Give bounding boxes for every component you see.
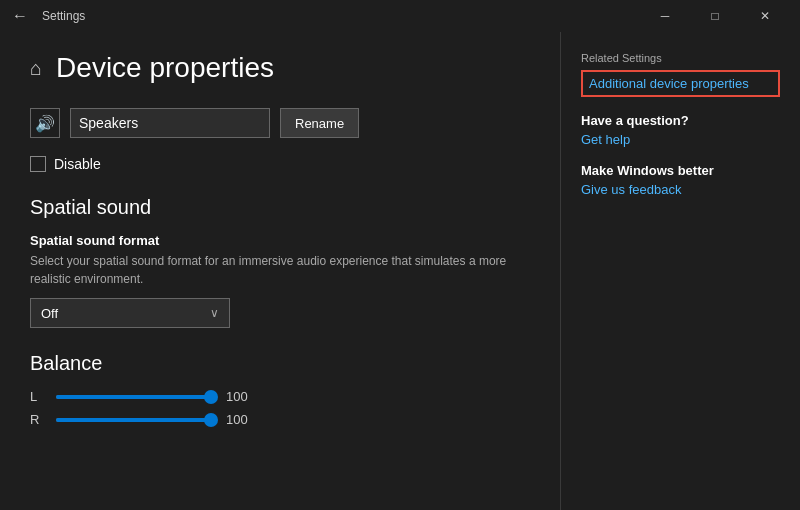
have-a-question-heading: Have a question?: [581, 113, 780, 128]
home-icon: ⌂: [30, 57, 42, 80]
device-name-input[interactable]: [70, 108, 270, 138]
disable-checkbox[interactable]: [30, 156, 46, 172]
maximize-button[interactable]: □: [692, 0, 738, 32]
speaker-icon: 🔊: [30, 108, 60, 138]
balance-right-label: R: [30, 412, 46, 427]
back-button[interactable]: ←: [8, 4, 32, 28]
balance-left-row: L 100: [30, 389, 530, 404]
balance-left-fill: [56, 395, 216, 399]
get-help-link[interactable]: Get help: [581, 132, 780, 147]
disable-row: Disable: [30, 156, 530, 172]
titlebar-title: Settings: [42, 9, 85, 23]
balance-section: Balance L 100 R 100: [30, 352, 530, 427]
spatial-format-dropdown[interactable]: Off ∨: [30, 298, 230, 328]
related-settings-heading: Related Settings: [581, 52, 780, 64]
rename-button[interactable]: Rename: [280, 108, 359, 138]
close-button[interactable]: ✕: [742, 0, 788, 32]
page-title: Device properties: [56, 52, 274, 84]
left-panel: ⌂ Device properties 🔊 Rename Disable Spa…: [0, 32, 560, 510]
balance-right-thumb: [204, 413, 218, 427]
balance-right-row: R 100: [30, 412, 530, 427]
balance-right-fill: [56, 418, 216, 422]
balance-heading: Balance: [30, 352, 530, 375]
make-windows-better-heading: Make Windows better: [581, 163, 780, 178]
balance-right-value: 100: [226, 412, 256, 427]
main-layout: ⌂ Device properties 🔊 Rename Disable Spa…: [0, 32, 800, 510]
disable-label: Disable: [54, 156, 101, 172]
give-feedback-link[interactable]: Give us feedback: [581, 182, 780, 197]
titlebar-left: ← Settings: [8, 4, 85, 28]
balance-left-thumb: [204, 390, 218, 404]
balance-left-slider[interactable]: [56, 395, 216, 399]
dropdown-value: Off: [41, 306, 58, 321]
right-panel: Related Settings Additional device prope…: [560, 32, 800, 510]
device-name-row: 🔊 Rename: [30, 108, 530, 138]
page-header: ⌂ Device properties: [30, 52, 530, 84]
titlebar: ← Settings ─ □ ✕: [0, 0, 800, 32]
dropdown-arrow-icon: ∨: [210, 306, 219, 320]
balance-right-slider[interactable]: [56, 418, 216, 422]
spatial-sound-heading: Spatial sound: [30, 196, 530, 219]
balance-left-label: L: [30, 389, 46, 404]
spatial-format-label: Spatial sound format: [30, 233, 530, 248]
balance-left-value: 100: [226, 389, 256, 404]
titlebar-controls: ─ □ ✕: [642, 0, 788, 32]
spatial-format-desc: Select your spatial sound format for an …: [30, 252, 530, 288]
additional-device-properties-link[interactable]: Additional device properties: [581, 70, 780, 97]
minimize-button[interactable]: ─: [642, 0, 688, 32]
